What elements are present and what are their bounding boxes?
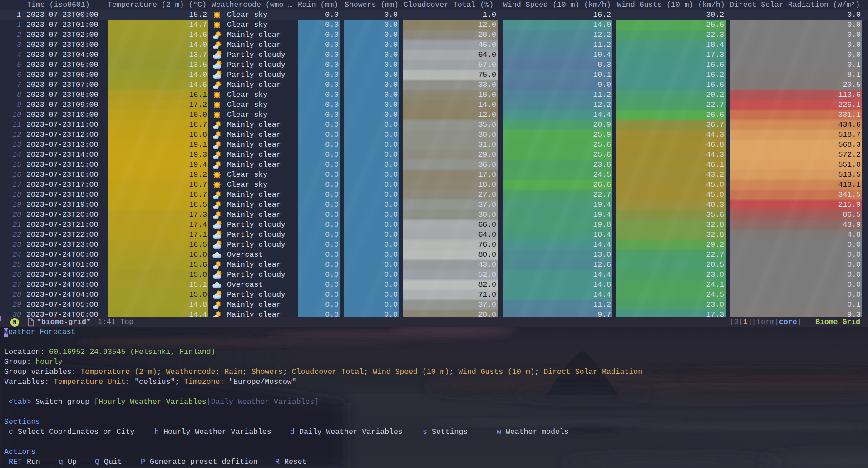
svg-text:N: N <box>13 319 17 326</box>
